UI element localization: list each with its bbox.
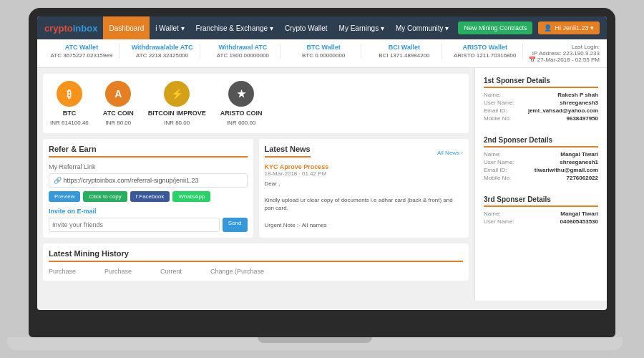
latest-news-box: Latest News All News › KYC Aprove Proces…	[259, 139, 469, 238]
sponsor-1-box: 1st Sponser Details Name: Rakesh P shah …	[479, 72, 602, 127]
send-invite-button[interactable]: Send	[223, 218, 248, 232]
btc-label: BTC Wallet	[289, 44, 358, 51]
col-current: Current	[160, 268, 182, 275]
bci-label: BCI Wallet	[370, 44, 439, 51]
sponsor-2-name: Name: Mangal Tiwari	[484, 151, 598, 158]
withdrawal-value: ATC 1900.00000000	[209, 52, 278, 59]
btc-name: BTC	[63, 110, 77, 117]
col-purchase2: Purchase	[104, 268, 132, 275]
sponsor-1-title: 1st Sponser Details	[484, 77, 598, 88]
btc-value: BTC 0.00000000	[289, 52, 358, 59]
withdrawal-atc-wallet: Withdrawal ATC ATC 1900.00000000	[206, 44, 281, 59]
atc-inr: INR 80.00	[105, 120, 131, 126]
aristo-wallet: ARISTO Wallet ARISTO 1211.70316800	[448, 44, 523, 59]
atc-wallet-label: ATC Wallet	[47, 44, 116, 51]
news-article-date: 18-Mar-2018 · 01:42 PM	[265, 170, 464, 177]
last-login: Last Login: IP Address: 223.190.9.233 📅 …	[529, 44, 600, 63]
sponsor-2-email: Email ID: tiwariwithu@gmail.com	[484, 167, 598, 173]
logo-prefix: crypto	[44, 23, 73, 34]
aristo-label: ARISTO Wallet	[451, 44, 519, 51]
referral-url-input[interactable]	[49, 173, 248, 188]
bci-wallet: BCI Wallet BCI 1371.48984200	[367, 44, 442, 59]
nav-community[interactable]: My Community ▾	[390, 16, 454, 39]
right-panel: 1st Sponser Details Name: Rakesh P shah …	[474, 68, 607, 301]
last-login-label: Last Login:	[529, 44, 600, 50]
coins-row: ₿ BTC INR 614100.46 A ATC COIN INR 80.00…	[43, 74, 469, 133]
col-change: Change (Purchase	[210, 268, 264, 275]
nav-wallet[interactable]: i Wallet ▾	[150, 16, 190, 39]
withdrawalable-value: ATC 2218.32425000	[128, 52, 197, 59]
sponsor-2-title: 2nd Sponser Details	[484, 136, 598, 147]
sponsor-1-email: Email ID: jeml_vahsad@yahoo.com	[484, 107, 598, 114]
aristo-value: ARISTO 1211.70316800	[451, 52, 519, 59]
atc-wallet: ATC Wallet ATC 3675227.023159e9	[44, 44, 119, 59]
withdrawalable-label: Withdrawalable ATC	[128, 44, 197, 51]
sponsor-2-mobile: Mobile No: 7276062022	[484, 175, 598, 181]
btc-icon: ₿	[57, 81, 82, 107]
bitcoin-improve-icon: ⚡	[164, 81, 190, 107]
sponsor-1-name: Name: Rakesh P shah	[484, 92, 598, 98]
atc-name: ATC COIN	[103, 110, 134, 117]
btc-wallet: BTC Wallet BTC 0.00000000	[286, 44, 361, 59]
coin-atc: A ATC COIN INR 80.00	[103, 81, 134, 126]
coin-btc: ₿ BTC INR 614100.46	[50, 81, 89, 126]
nav-dashboard[interactable]: Dashboard	[103, 16, 150, 39]
withdrawal-label: Withdrawal ATC	[209, 44, 278, 51]
user-menu[interactable]: 👤 Hi Jenii1.23 ▾	[538, 21, 600, 34]
last-login-ip: IP Address: 223.190.9.233	[529, 50, 600, 57]
referral-link-label: My Referral Link	[49, 163, 248, 170]
copy-button[interactable]: Click to copy	[83, 191, 127, 202]
facebook-button[interactable]: f Facebook	[130, 191, 170, 202]
sponsor-2-username: User Name: shreeganesh1	[484, 159, 598, 165]
screen: cryptoinbox Dashboard i Wallet ▾ Franchi…	[37, 16, 607, 310]
laptop-frame: cryptoinbox Dashboard i Wallet ▾ Franchi…	[29, 8, 615, 337]
mining-columns: Purchase Purchase Current Change (Purcha…	[49, 268, 463, 275]
invite-row: Send	[49, 218, 248, 232]
coin-bitcoin-improve: ⚡ BITCOIN IMPROVE INR 80.00	[148, 81, 206, 126]
sponsor-2-box: 2nd Sponser Details Name: Mangal Tiwari …	[479, 132, 602, 187]
logo: cryptoinbox	[44, 23, 97, 34]
news-greeting: Dear ,	[265, 180, 464, 188]
main-content: ₿ BTC INR 614100.46 A ATC COIN INR 80.00…	[37, 68, 607, 301]
atc-icon: A	[105, 81, 131, 107]
user-icon: 👤	[544, 24, 552, 32]
share-buttons: Preview Click to copy f Facebook WhatsAp…	[49, 191, 248, 202]
news-note: Urgent Note :- All names	[265, 221, 464, 229]
col-purchase1: Purchase	[49, 268, 76, 275]
bitcoin-improve-name: BITCOIN IMPROVE	[148, 110, 206, 117]
coin-aristo: ★ ARISTO COIN INR 600.00	[220, 81, 263, 126]
nav-crypto-wallet[interactable]: Crypto Wallet	[279, 16, 333, 39]
last-login-date: 📅 27-Mar-2018 - 02:55 PM	[529, 57, 600, 63]
mining-history-title: Latest Mining History	[49, 249, 463, 262]
aristo-name: ARISTO COIN	[220, 110, 263, 117]
all-news-link[interactable]: All News ›	[437, 150, 463, 156]
aristo-inr: INR 600.00	[227, 120, 255, 126]
refer-earn-title: Refer & Earn	[49, 145, 248, 158]
sponsor-1-username: User Name: shreeganesh3	[484, 100, 598, 106]
btc-inr: INR 614100.46	[50, 120, 89, 126]
bitcoin-improve-inr: INR 80.00	[164, 120, 190, 126]
withdrawalable-atc-wallet: Withdrawalable ATC ATC 2218.32425000	[125, 44, 200, 59]
atc-wallet-value: ATC 3675227.023159e9	[47, 52, 116, 59]
news-article-title: KYC Aprove Process	[265, 163, 464, 170]
invite-email-input[interactable]	[49, 218, 220, 232]
bci-value: BCI 1371.48984200	[370, 52, 439, 59]
mining-history-section: Latest Mining History Purchase Purchase …	[43, 243, 469, 281]
top-navbar: cryptoinbox Dashboard i Wallet ▾ Franchi…	[37, 16, 607, 39]
sponsor-3-username: User Name: 040605453530	[484, 218, 598, 225]
sponsor-1-mobile: Mobile No: 9638497950	[484, 115, 598, 122]
nav-franchise[interactable]: Franchise & Exchange ▾	[190, 16, 279, 39]
new-mining-contracts-button[interactable]: New Mining Contracts	[458, 21, 532, 34]
left-panel: ₿ BTC INR 614100.46 A ATC COIN INR 80.00…	[37, 68, 474, 301]
sponsor-3-title: 3rd Sponser Details	[484, 195, 598, 207]
sponsor-3-name: Name: Mangal Tiwari	[484, 211, 598, 217]
invite-email-label: Invite on E-mail	[49, 208, 248, 215]
nav-earnings[interactable]: My Earnings ▾	[333, 16, 390, 39]
preview-button[interactable]: Preview	[49, 191, 80, 202]
news-body: Kindly upload ur clear copy of documents…	[265, 196, 464, 212]
refer-news-row: Refer & Earn My Referral Link Preview Cl…	[43, 139, 469, 238]
logo-suffix: inbox	[73, 23, 98, 34]
username-label: Hi Jenii1.23 ▾	[555, 24, 594, 32]
news-title: Latest News	[265, 145, 311, 158]
whatsapp-button[interactable]: WhatsApp	[172, 191, 210, 202]
